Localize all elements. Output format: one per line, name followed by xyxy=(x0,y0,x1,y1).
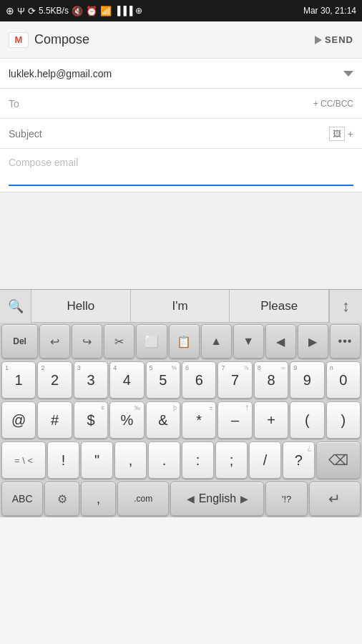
email-form: luklek.help@gmail.com To + CC/BCC 🖼 + Co… xyxy=(0,59,362,192)
subject-input[interactable] xyxy=(9,128,329,140)
key-4[interactable]: 4 4 xyxy=(109,361,144,399)
compose-placeholder: Compose email xyxy=(9,157,78,168)
speed-text: 5.5KB/s xyxy=(39,6,69,16)
key-arrow-left[interactable]: ◀ xyxy=(265,324,296,358)
signal-icon: ▐▐▐ xyxy=(114,6,133,16)
key-arrow-up[interactable]: ▲ xyxy=(201,324,232,358)
exclaim-special-label: '!? xyxy=(282,494,291,504)
key-quote[interactable]: " xyxy=(81,441,113,479)
suggestion-please[interactable]: Please xyxy=(230,290,329,322)
key-backspace[interactable]: ⌫ xyxy=(316,441,361,479)
suggestion-hello[interactable]: Hello xyxy=(31,290,131,322)
key-dash[interactable]: † – xyxy=(217,401,252,439)
from-row: luklek.help@gmail.com xyxy=(0,59,362,89)
key-copy[interactable]: ⬜ xyxy=(136,324,167,358)
key-comma-bottom[interactable]: , xyxy=(81,482,116,516)
keyboard-suggestions: 🔍 Hello I'm Please ↕ xyxy=(0,290,362,323)
send-button[interactable]: SEND xyxy=(315,34,353,45)
app-title: Compose xyxy=(34,32,89,47)
app-bar-left: M Compose xyxy=(9,32,89,48)
status-datetime: Mar 30, 21:14 xyxy=(303,6,356,16)
keyboard-number-row: 1 1 2 2 3 3 4 4 5 5 ⅝ 6 6 7 7 ⅞ 8 xyxy=(0,360,362,400)
dotcom-label: .com xyxy=(134,494,152,504)
key-settings[interactable]: ⚙ xyxy=(44,482,79,516)
subject-icons: 🖼 + xyxy=(329,127,353,141)
key-8[interactable]: 8 8 = xyxy=(254,361,288,399)
status-bar: ⊕ Ψ ⟳ 5.5KB/s 🔇 ⏰ 📶 ▐▐▐ ⊕ Mar 30, 21:14 xyxy=(0,0,362,21)
lang-arrow-left: ◀ xyxy=(187,493,195,504)
compose-area[interactable]: Compose email xyxy=(0,149,362,185)
key-cut[interactable]: ✂ xyxy=(104,324,134,358)
lang-arrow-right: ▶ xyxy=(240,493,248,504)
key-arrow-right[interactable]: ▶ xyxy=(298,324,328,358)
key-dotcom[interactable]: .com xyxy=(117,482,169,516)
keyboard-action-row: Del ↩ ↪ ✂ ⬜ 📋 ▲ ▼ ◀ ▶ ••• xyxy=(0,323,362,360)
to-input[interactable] xyxy=(26,98,313,109)
battery-icon: ⊕ xyxy=(135,6,142,16)
keyboard-symbol-row2: = \ < ! " , . : ; / ¿ ? ⌫ xyxy=(0,440,362,480)
key-question[interactable]: ¿ ? xyxy=(283,441,315,479)
key-plus[interactable]: + xyxy=(254,401,288,439)
wifi-icon: 📶 xyxy=(100,6,112,16)
comma-label: , xyxy=(97,492,100,507)
keyboard-enter-suggestion[interactable]: ↕ xyxy=(329,290,362,323)
key-delete[interactable]: Del xyxy=(1,324,38,358)
key-slash[interactable]: / xyxy=(249,441,281,479)
key-exclaim[interactable]: ! xyxy=(47,441,79,479)
send-arrow-icon xyxy=(315,36,322,44)
add-attachment-icon[interactable]: + xyxy=(348,128,353,140)
sync-icon: ⟳ xyxy=(28,6,36,16)
mute-icon: 🔇 xyxy=(72,6,83,16)
key-at[interactable]: @ xyxy=(1,401,36,439)
key-dollar[interactable]: ¢ $ xyxy=(74,401,108,439)
enter-icon: ↵ xyxy=(328,490,341,507)
key-5[interactable]: 5 5 ⅝ xyxy=(146,361,180,399)
to-row: To + CC/BCC xyxy=(0,89,362,119)
key-percent[interactable]: ‰ % xyxy=(109,401,144,439)
key-period2[interactable]: . xyxy=(148,441,180,479)
keyboard-search-button[interactable]: 🔍 xyxy=(0,290,31,323)
key-more[interactable]: ••• xyxy=(330,324,361,358)
key-abc[interactable]: ABC xyxy=(1,482,43,516)
key-3[interactable]: 3 3 xyxy=(74,361,108,399)
key-exclaim-special[interactable]: '!? xyxy=(265,482,307,516)
key-2[interactable]: 2 2 xyxy=(37,361,72,399)
key-comma2[interactable]: , xyxy=(114,441,147,479)
key-redo[interactable]: ↪ xyxy=(72,324,102,358)
key-arrow-down[interactable]: ▼ xyxy=(233,324,264,358)
key-paste[interactable]: 📋 xyxy=(169,324,200,358)
suggestion-im[interactable]: I'm xyxy=(131,290,230,322)
empty-space xyxy=(0,192,362,289)
key-close-paren[interactable]: ) xyxy=(326,401,361,439)
keyboard: 🔍 Hello I'm Please ↕ Del ↩ ↪ ✂ ⬜ xyxy=(0,289,362,517)
key-colon[interactable]: : xyxy=(182,441,214,479)
key-undo[interactable]: ↩ xyxy=(39,324,70,358)
key-enter[interactable]: ↵ xyxy=(309,482,361,516)
add-icon: ⊕ xyxy=(6,5,14,16)
abc-label: ABC xyxy=(12,493,33,504)
key-asterisk[interactable]: ± * xyxy=(182,401,216,439)
key-1[interactable]: 1 1 xyxy=(1,361,36,399)
usb-icon: Ψ xyxy=(17,6,25,16)
key-language[interactable]: ◀ English ▶ xyxy=(170,482,264,516)
cc-bcc-button[interactable]: + CC/BCC xyxy=(313,99,353,109)
language-label: English xyxy=(199,492,236,505)
app-bar: M Compose SEND xyxy=(0,21,362,59)
key-open-paren[interactable]: ( xyxy=(290,401,324,439)
attach-image-icon[interactable]: 🖼 xyxy=(329,127,345,141)
key-hash[interactable]: # xyxy=(37,401,72,439)
alarm-icon: ⏰ xyxy=(86,6,97,16)
key-9[interactable]: 9 9 xyxy=(290,361,324,399)
datetime-text: Mar 30, 21:14 xyxy=(303,6,356,16)
keyboard-bottom-row: ABC ⚙ , .com ◀ English ▶ '!? ↵ xyxy=(0,480,362,517)
key-thorn[interactable]: þ & xyxy=(146,401,180,439)
from-email: luklek.help@gmail.com xyxy=(9,68,338,79)
key-6[interactable]: 6 6 xyxy=(182,361,216,399)
key-equals-backslash-lt[interactable]: = \ < xyxy=(1,441,46,479)
from-dropdown-icon[interactable] xyxy=(343,71,353,77)
to-label: To xyxy=(9,98,26,109)
key-7[interactable]: 7 7 ⅞ xyxy=(217,361,252,399)
key-semicolon[interactable]: ; xyxy=(215,441,248,479)
key-0[interactable]: n 0 xyxy=(326,361,361,399)
keyboard-symbol-row1: @ # ¢ $ ‰ % þ & ± * † – + ( xyxy=(0,400,362,440)
